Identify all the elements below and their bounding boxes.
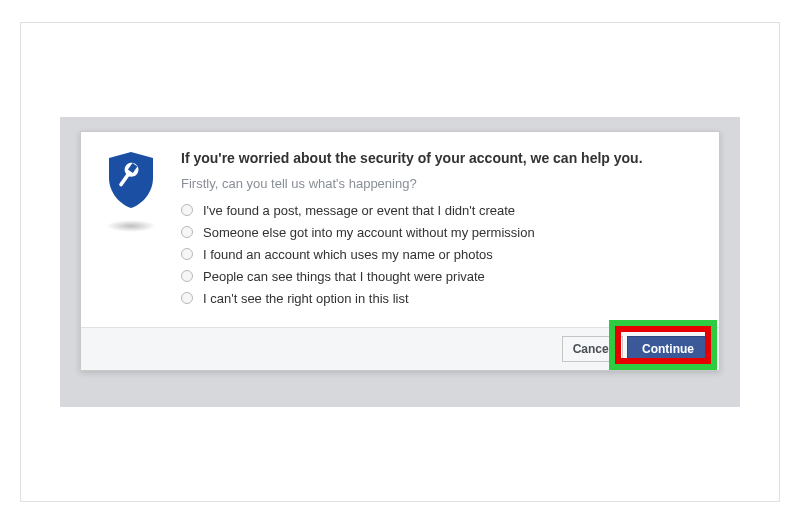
dialog-subtitle: Firstly, can you tell us what's happenin… [181, 176, 701, 191]
shield-wrench-icon [105, 150, 157, 210]
continue-button[interactable]: Continue [627, 336, 709, 362]
option-row[interactable]: I've found a post, message or event that… [181, 203, 701, 218]
option-row[interactable]: I can't see the right option in this lis… [181, 291, 701, 306]
option-row[interactable]: People can see things that I thought wer… [181, 269, 701, 284]
option-row[interactable]: Someone else got into my account without… [181, 225, 701, 240]
option-label: I can't see the right option in this lis… [203, 291, 409, 306]
dialog-footer: Cancel Continue [81, 327, 719, 370]
option-label: I've found a post, message or event that… [203, 203, 515, 218]
option-label: I found an account which uses my name or… [203, 247, 493, 262]
radio-icon[interactable] [181, 204, 193, 216]
icon-column [99, 150, 163, 313]
radio-icon[interactable] [181, 226, 193, 238]
dialog-title: If you're worried about the security of … [181, 150, 701, 166]
content-column: If you're worried about the security of … [181, 150, 701, 313]
radio-icon[interactable] [181, 248, 193, 260]
option-row[interactable]: I found an account which uses my name or… [181, 247, 701, 262]
outer-frame: If you're worried about the security of … [20, 22, 780, 502]
radio-icon[interactable] [181, 270, 193, 282]
backdrop-panel: If you're worried about the security of … [60, 117, 740, 407]
option-label: People can see things that I thought wer… [203, 269, 485, 284]
radio-icon[interactable] [181, 292, 193, 304]
option-label: Someone else got into my account without… [203, 225, 535, 240]
security-dialog: If you're worried about the security of … [80, 131, 720, 371]
cancel-button[interactable]: Cancel [562, 336, 623, 362]
icon-shadow [106, 220, 156, 232]
dialog-body: If you're worried about the security of … [81, 132, 719, 327]
